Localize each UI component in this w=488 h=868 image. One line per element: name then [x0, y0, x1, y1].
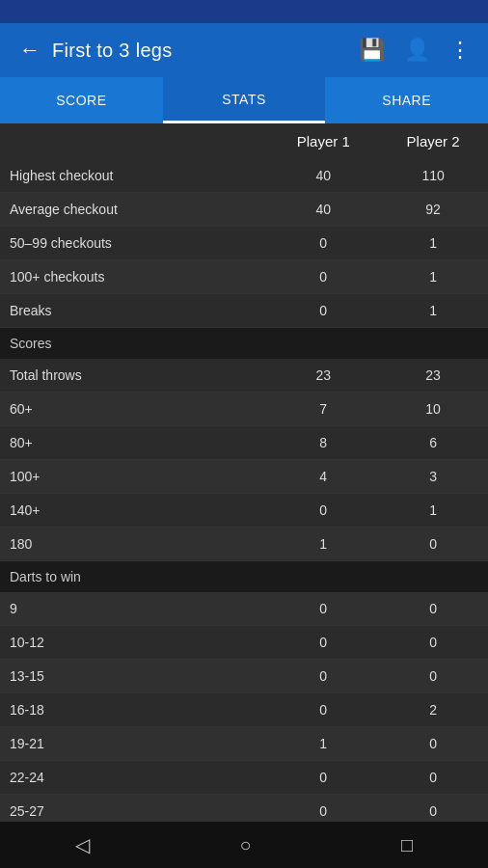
row-label: 22-24: [0, 761, 268, 795]
table-row: 100+ checkouts01: [0, 260, 488, 294]
table-row: 100+43: [0, 460, 488, 494]
tab-stats[interactable]: Stats: [163, 77, 326, 123]
row-label: 140+: [0, 494, 268, 528]
row-player2-value: 2: [378, 693, 488, 727]
row-player2-value: 10: [378, 393, 488, 426]
table-row: Average checkout4092: [0, 193, 488, 227]
tab-bar: Score Stats Share: [0, 77, 488, 123]
row-player2-value: 6: [378, 426, 488, 460]
section-header-scores: Scores: [0, 328, 488, 360]
table-row: 10-1200: [0, 626, 488, 660]
row-player1-value: 0: [268, 294, 378, 328]
row-label: 25-27: [0, 795, 268, 823]
back-button[interactable]: ←: [12, 30, 48, 70]
stats-table-container: Player 1 Player 2 Highest checkout40110A…: [0, 123, 488, 822]
row-player2-value: 0: [378, 626, 488, 660]
row-label: Total throws: [0, 359, 268, 393]
row-label: 9: [0, 592, 268, 626]
row-player2-value: 0: [378, 727, 488, 761]
row-player1-value: 8: [268, 426, 378, 460]
row-player2-value: 1: [378, 227, 488, 260]
row-player1-value: 1: [268, 528, 378, 561]
col-player2: Player 2: [378, 123, 488, 159]
app-bar-icons: 💾 👤 ⋮: [353, 32, 476, 68]
row-player2-value: 0: [378, 761, 488, 795]
row-player2-value: 3: [378, 460, 488, 494]
nav-home-button[interactable]: ○: [220, 827, 270, 864]
app-bar-title: First to 3 legs: [52, 40, 353, 62]
row-label: Breaks: [0, 294, 268, 328]
nav-back-button[interactable]: ◁: [56, 826, 109, 864]
status-bar: [0, 0, 488, 23]
row-player2-value: 110: [378, 159, 488, 193]
row-label: 100+: [0, 460, 268, 494]
more-icon[interactable]: ⋮: [444, 32, 476, 68]
row-player1-value: 40: [268, 159, 378, 193]
col-label: [0, 123, 268, 159]
save-icon[interactable]: 💾: [353, 32, 391, 68]
tab-share[interactable]: Share: [325, 77, 488, 123]
table-row: 19-2110: [0, 727, 488, 761]
row-label: 50–99 checkouts: [0, 227, 268, 260]
row-player1-value: 0: [268, 660, 378, 693]
table-row: 22-2400: [0, 761, 488, 795]
table-row: 140+01: [0, 494, 488, 528]
row-player1-value: 23: [268, 359, 378, 393]
row-player1-value: 0: [268, 592, 378, 626]
table-row: 25-2700: [0, 795, 488, 823]
row-label: 180: [0, 528, 268, 561]
row-player1-value: 0: [268, 693, 378, 727]
row-player2-value: 0: [378, 528, 488, 561]
row-label: 13-15: [0, 660, 268, 693]
row-player2-value: 1: [378, 294, 488, 328]
row-player2-value: 0: [378, 592, 488, 626]
table-row: 900: [0, 592, 488, 626]
section-header-darts-to-win: Darts to win: [0, 561, 488, 593]
row-label: Highest checkout: [0, 159, 268, 193]
table-row: 18010: [0, 528, 488, 561]
row-player2-value: 92: [378, 193, 488, 227]
row-player1-value: 0: [268, 795, 378, 823]
table-row: 16-1802: [0, 693, 488, 727]
row-player1-value: 1: [268, 727, 378, 761]
table-row: Breaks01: [0, 294, 488, 328]
row-player1-value: 0: [268, 260, 378, 294]
col-player1: Player 1: [268, 123, 378, 159]
table-row: 60+710: [0, 393, 488, 426]
row-player2-value: 0: [378, 660, 488, 693]
row-player1-value: 40: [268, 193, 378, 227]
row-player2-value: 1: [378, 260, 488, 294]
stats-table: Player 1 Player 2 Highest checkout40110A…: [0, 123, 488, 822]
table-row: 80+86: [0, 426, 488, 460]
row-player1-value: 0: [268, 626, 378, 660]
row-label: Average checkout: [0, 193, 268, 227]
row-player2-value: 23: [378, 359, 488, 393]
table-row: 13-1500: [0, 660, 488, 693]
table-row: 50–99 checkouts01: [0, 227, 488, 260]
row-label: 80+: [0, 426, 268, 460]
nav-recent-button[interactable]: □: [382, 827, 432, 864]
row-player1-value: 0: [268, 494, 378, 528]
bottom-nav: ◁ ○ □: [0, 822, 488, 868]
tab-score[interactable]: Score: [0, 77, 163, 123]
row-player2-value: 0: [378, 795, 488, 823]
row-label: 16-18: [0, 693, 268, 727]
table-row: Total throws2323: [0, 359, 488, 393]
row-label: 19-21: [0, 727, 268, 761]
app-bar: ← First to 3 legs 💾 👤 ⋮: [0, 23, 488, 77]
row-label: 100+ checkouts: [0, 260, 268, 294]
row-player1-value: 4: [268, 460, 378, 494]
row-label: 60+: [0, 393, 268, 426]
row-player2-value: 1: [378, 494, 488, 528]
table-row: Highest checkout40110: [0, 159, 488, 193]
row-player1-value: 7: [268, 393, 378, 426]
row-player1-value: 0: [268, 227, 378, 260]
account-icon[interactable]: 👤: [398, 32, 436, 68]
row-player1-value: 0: [268, 761, 378, 795]
row-label: 10-12: [0, 626, 268, 660]
column-header-row: Player 1 Player 2: [0, 123, 488, 159]
